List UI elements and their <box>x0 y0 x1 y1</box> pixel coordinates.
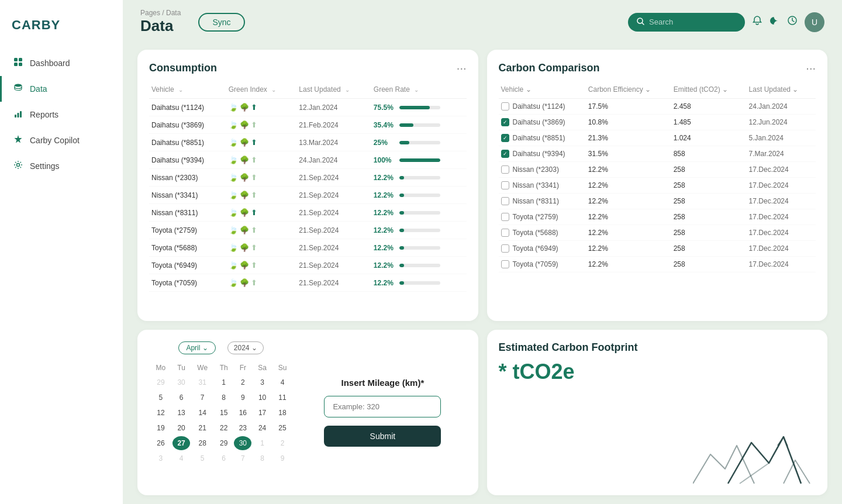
calendar-day[interactable]: 29 <box>215 436 233 450</box>
row-checkbox[interactable] <box>501 244 509 253</box>
sidebar-item-data[interactable]: Data <box>0 76 123 102</box>
green-index-icon: ⬆ <box>251 138 257 147</box>
carbon-more-button[interactable]: ··· <box>806 61 816 75</box>
green-index-icon: ⬆ <box>251 173 257 182</box>
row-checkbox[interactable]: ✓ <box>501 118 509 126</box>
calendar-day[interactable]: 3 <box>253 375 271 389</box>
calendar-day[interactable]: 6 <box>215 451 233 465</box>
calendar-day[interactable]: 8 <box>253 451 271 465</box>
row-checkbox[interactable] <box>501 102 509 111</box>
rate-cell: 25% <box>371 134 467 151</box>
table-row: Daihatsu (*1124) 🍃🌳⬆ 12.Jan.2024 75.5% <box>149 99 467 116</box>
calendar-day[interactable]: 18 <box>273 406 292 420</box>
date-cell: 21.Sep.2024 <box>296 169 371 187</box>
calendar-day[interactable]: 30 <box>172 375 190 389</box>
cc-col-emitted[interactable]: Emitted (tCO2) ⌄ <box>671 83 747 99</box>
calendar-day[interactable]: 29 <box>150 375 171 389</box>
row-checkbox[interactable] <box>501 197 509 205</box>
calendar-day[interactable]: 31 <box>191 375 213 389</box>
calendar-day[interactable]: 2 <box>273 436 292 450</box>
moon-icon[interactable] <box>769 15 780 29</box>
user-avatar[interactable]: U <box>805 12 824 32</box>
green-index-icon: 🌳 <box>240 261 249 270</box>
clock-icon[interactable] <box>787 15 798 29</box>
table-row: Nissan (*3341) 🍃🌳⬆ 21.Sep.2024 12.2% <box>149 187 467 204</box>
calendar-day[interactable]: 9 <box>234 391 251 405</box>
calendar-day[interactable]: 1 <box>215 375 233 389</box>
table-row: Nissan (*3341) 12.2% 258 17.Dec.2024 <box>499 178 816 194</box>
calendar-day[interactable]: 20 <box>172 421 190 435</box>
calendar-day[interactable]: 10 <box>253 391 271 405</box>
sidebar-item-dashboard[interactable]: Dashboard <box>0 50 123 76</box>
calendar-day[interactable]: 17 <box>253 406 271 420</box>
calendar-day[interactable]: 5 <box>191 451 213 465</box>
calendar-day[interactable]: 26 <box>150 436 171 450</box>
calendar-day[interactable]: 5 <box>150 391 171 405</box>
row-checkbox[interactable] <box>501 229 509 237</box>
calendar-day[interactable]: 1 <box>253 436 271 450</box>
calendar-day[interactable]: 3 <box>150 451 171 465</box>
calendar-day[interactable]: 6 <box>172 391 190 405</box>
calendar-day[interactable]: 14 <box>191 406 213 420</box>
search-input[interactable] <box>649 18 731 26</box>
row-checkbox[interactable] <box>501 181 509 189</box>
calendar-day[interactable]: 24 <box>253 421 271 435</box>
col-green-index[interactable]: Green Index ⌄ <box>226 83 297 99</box>
month-select-button[interactable]: April ⌄ <box>178 341 215 354</box>
calendar-day[interactable]: 27 <box>172 436 190 450</box>
calendar-day[interactable]: 28 <box>191 436 213 450</box>
calendar-day[interactable]: 16 <box>234 406 251 420</box>
calendar-day[interactable]: 11 <box>273 391 292 405</box>
row-checkbox[interactable] <box>501 260 509 268</box>
cc-col-vehicle[interactable]: Vehicle ⌄ <box>499 83 586 99</box>
table-row: Toyota (*2759) 12.2% 258 17.Dec.2024 <box>499 209 816 225</box>
calendar-day[interactable]: 22 <box>215 421 233 435</box>
bell-icon[interactable] <box>752 15 762 29</box>
cc-vehicle-cell: Nissan (*8311) <box>499 194 586 209</box>
efficiency-cell: 12.2% <box>586 194 671 209</box>
sidebar-item-settings[interactable]: Settings <box>0 153 123 179</box>
vehicle-name: Toyota (*6949) <box>149 257 226 274</box>
calendar-day[interactable]: 23 <box>234 421 251 435</box>
calendar-day[interactable]: 15 <box>215 406 233 420</box>
calendar-day[interactable]: 25 <box>273 421 292 435</box>
efficiency-cell: 12.2% <box>586 257 671 272</box>
efficiency-cell: 12.2% <box>586 209 671 225</box>
year-select-button[interactable]: 2024 ⌄ <box>227 341 264 354</box>
calendar-day[interactable]: 7 <box>191 391 213 405</box>
col-vehicle[interactable]: Vehicle ⌄ <box>149 83 226 99</box>
calendar-day[interactable]: 9 <box>273 451 292 465</box>
cc-col-updated[interactable]: Last Updated ⌄ <box>747 83 816 99</box>
green-icons-cell: 🍃🌳⬆ <box>226 99 297 116</box>
submit-button[interactable]: Submit <box>324 426 441 447</box>
calendar-day[interactable]: 12 <box>150 406 171 420</box>
row-checkbox[interactable]: ✓ <box>501 150 509 158</box>
sidebar-item-reports[interactable]: Reports <box>0 102 123 127</box>
sync-button[interactable]: Sync <box>198 13 244 32</box>
row-checkbox[interactable] <box>501 213 509 221</box>
calendar-day[interactable]: 13 <box>172 406 190 420</box>
green-index-icon: ⬆ <box>251 103 257 112</box>
calendar-day[interactable]: 8 <box>215 391 233 405</box>
col-green-rate[interactable]: Green Rate ⌄ <box>371 83 467 99</box>
vehicle-name: Nissan (*2303) <box>149 169 226 187</box>
green-icons-cell: 🍃🌳⬆ <box>226 151 297 169</box>
calendar-day[interactable]: 4 <box>273 375 292 389</box>
calendar-day[interactable]: 19 <box>150 421 171 435</box>
mileage-input[interactable] <box>324 396 441 417</box>
calendar-day[interactable]: 4 <box>172 451 190 465</box>
calendar-day[interactable]: 30 <box>234 436 251 450</box>
calendar-day[interactable]: 7 <box>234 451 251 465</box>
settings-icon <box>13 160 23 172</box>
col-last-updated[interactable]: Last Updated ⌄ <box>296 83 371 99</box>
cc-col-efficiency[interactable]: Carbon Efficiency ⌄ <box>586 83 671 99</box>
vehicle-name: Toyota (*7059) <box>149 274 226 292</box>
row-checkbox[interactable] <box>501 165 509 174</box>
search-bar[interactable] <box>628 13 745 32</box>
calendar-day[interactable]: 21 <box>191 421 213 435</box>
consumption-more-button[interactable]: ··· <box>457 61 467 75</box>
sidebar-item-copilot[interactable]: Carby Copilot <box>0 127 123 153</box>
row-checkbox[interactable]: ✓ <box>501 134 509 142</box>
calendar-day[interactable]: 2 <box>234 375 251 389</box>
sidebar-label-dashboard: Dashboard <box>30 58 70 68</box>
